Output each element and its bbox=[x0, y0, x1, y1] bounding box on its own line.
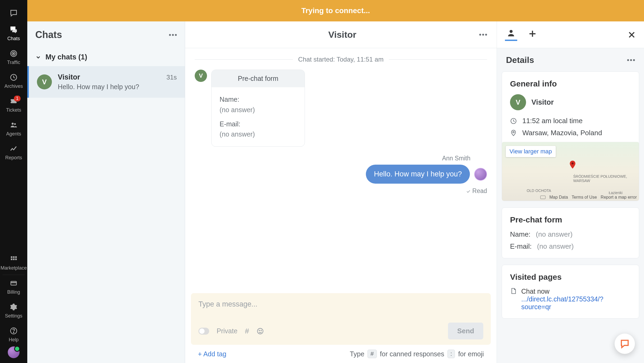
message-composer: Private # Send bbox=[191, 293, 491, 345]
nav-marketplace-label: Marketplace bbox=[1, 265, 27, 271]
prechat-name-label: Name: bbox=[220, 96, 239, 103]
svg-point-2 bbox=[13, 53, 14, 54]
prechat-heading: Pre-chat form bbox=[510, 215, 631, 224]
add-tag-button[interactable]: + Add tag bbox=[198, 350, 226, 358]
floating-chat-button[interactable] bbox=[615, 334, 635, 354]
visited-pages-heading: Visited pages bbox=[510, 273, 631, 282]
conversation-panel: Visitor Chat started: Today, 11:51 am V … bbox=[185, 21, 497, 363]
agent-message-block: Ann Smith Hello. How may I help you? Rea… bbox=[195, 155, 487, 195]
agent-name: Ann Smith bbox=[442, 155, 487, 162]
canned-label: for canned responses bbox=[380, 350, 444, 358]
question-icon bbox=[9, 326, 18, 335]
prechat-info-card: Pre-chat form Name: (no answer) E-mail: … bbox=[502, 207, 639, 258]
svg-point-16 bbox=[259, 330, 260, 331]
current-user-avatar[interactable] bbox=[8, 346, 20, 358]
nav-tickets-label: Tickets bbox=[6, 107, 21, 113]
svg-rect-10 bbox=[13, 259, 15, 260]
visited-page-url[interactable]: .../direct.lc.chat/12755334/?source=qr bbox=[521, 295, 631, 311]
banner-text: Trying to connect... bbox=[301, 6, 370, 15]
document-icon bbox=[510, 288, 517, 294]
agent-avatar-icon bbox=[474, 168, 487, 181]
nav-archives[interactable]: Archives bbox=[0, 69, 27, 93]
map-attribution: Map Data Terms of Use Report a map error bbox=[504, 195, 637, 200]
nav-chats-label: Chats bbox=[7, 36, 20, 41]
clock-icon bbox=[9, 73, 18, 82]
message-read-status: Read bbox=[466, 187, 487, 195]
svg-rect-7 bbox=[13, 256, 15, 258]
svg-point-20 bbox=[513, 131, 514, 133]
connection-banner: Trying to connect... bbox=[27, 0, 644, 21]
conversation-menu-button[interactable] bbox=[479, 34, 487, 36]
speech-bubble-outline-icon bbox=[9, 9, 18, 18]
nav-settings[interactable]: Settings bbox=[0, 299, 27, 323]
nav-speech-outline[interactable] bbox=[0, 5, 27, 21]
prechat-name-label: Name: bbox=[510, 230, 531, 239]
map-area-label: ŚRÓDMIEŚCIE POŁUDNIOWE, WARSAW bbox=[573, 174, 639, 183]
svg-rect-9 bbox=[11, 259, 13, 260]
map-area-label: OLD OCHOTA bbox=[527, 188, 551, 193]
private-label: Private bbox=[217, 327, 237, 335]
left-nav: Chats Traffic Archives 1 Tickets Agent bbox=[0, 0, 27, 363]
general-info-card: General info V Visitor 11:52 am local ti… bbox=[502, 71, 639, 201]
close-icon bbox=[627, 31, 636, 39]
nav-reports[interactable]: Reports bbox=[0, 141, 27, 164]
chat-list-item[interactable]: V Visitor 31s Hello. How may I help you? bbox=[27, 66, 185, 98]
card-icon bbox=[9, 279, 18, 288]
my-chats-section-toggle[interactable]: My chats (1) bbox=[27, 48, 185, 66]
nav-help[interactable]: Help bbox=[0, 323, 27, 346]
svg-point-21 bbox=[572, 162, 574, 164]
view-larger-map-button[interactable]: View larger map bbox=[506, 146, 556, 157]
message-input[interactable] bbox=[198, 300, 483, 314]
location-icon bbox=[510, 130, 517, 137]
map-pin-icon bbox=[568, 160, 577, 169]
plus-icon bbox=[528, 29, 537, 38]
emoji-icon[interactable] bbox=[256, 327, 264, 335]
svg-point-17 bbox=[261, 330, 262, 331]
prechat-message-row: V Pre-chat form Name: (no answer) E-mail… bbox=[195, 70, 487, 147]
tab-person[interactable] bbox=[505, 28, 517, 41]
nav-billing-label: Billing bbox=[7, 289, 20, 295]
nav-traffic[interactable]: Traffic bbox=[0, 45, 27, 69]
target-icon bbox=[9, 49, 18, 58]
private-toggle[interactable] bbox=[198, 328, 209, 335]
svg-rect-8 bbox=[15, 256, 17, 258]
hash-key: # bbox=[367, 350, 377, 358]
location-text: Warsaw, Mazovia, Poland bbox=[522, 129, 602, 137]
speech-bubble-icon bbox=[620, 339, 630, 349]
nav-marketplace[interactable]: Marketplace bbox=[3, 251, 25, 275]
nav-tickets[interactable]: 1 Tickets bbox=[0, 93, 27, 117]
chat-item-name: Visitor bbox=[58, 73, 80, 81]
details-menu-button[interactable] bbox=[627, 59, 635, 61]
chat-list-title: Chats bbox=[35, 29, 62, 40]
map-area-label: Łazienki bbox=[609, 191, 622, 195]
chat-item-time: 31s bbox=[166, 74, 177, 81]
nav-agents[interactable]: Agents bbox=[0, 117, 27, 141]
details-tabs bbox=[497, 21, 644, 48]
tickets-badge: 1 bbox=[14, 96, 21, 101]
general-info-heading: General info bbox=[510, 79, 631, 88]
svg-point-14 bbox=[13, 332, 14, 333]
people-icon bbox=[9, 120, 18, 130]
nav-billing[interactable]: Billing bbox=[0, 275, 27, 299]
svg-point-18 bbox=[509, 30, 512, 33]
chevron-down-icon bbox=[35, 54, 41, 60]
send-button[interactable]: Send bbox=[448, 323, 483, 339]
svg-rect-22 bbox=[540, 196, 545, 199]
svg-point-15 bbox=[258, 328, 263, 334]
mini-map[interactable]: View larger map ŚRÓDMIEŚCIE POŁUDNIOWE, … bbox=[502, 142, 639, 201]
check-icon bbox=[466, 189, 471, 194]
conversation-title: Visitor bbox=[328, 29, 356, 40]
general-info-name: Visitor bbox=[531, 98, 554, 107]
chat-list-menu-button[interactable] bbox=[169, 34, 177, 36]
emoji-label: for emoji bbox=[458, 350, 484, 358]
my-chats-section-label: My chats (1) bbox=[45, 53, 87, 61]
visited-pages-card: Visited pages Chat now .../direct.lc.cha… bbox=[502, 265, 639, 319]
prechat-card-heading: Pre-chat form bbox=[212, 70, 305, 87]
tab-add[interactable] bbox=[526, 29, 539, 40]
close-details-button[interactable] bbox=[627, 31, 636, 39]
svg-rect-11 bbox=[15, 259, 17, 260]
hash-icon[interactable]: # bbox=[245, 327, 249, 335]
prechat-email-value: (no answer) bbox=[537, 242, 574, 251]
gear-icon bbox=[9, 303, 18, 312]
nav-chats[interactable]: Chats bbox=[0, 21, 27, 45]
